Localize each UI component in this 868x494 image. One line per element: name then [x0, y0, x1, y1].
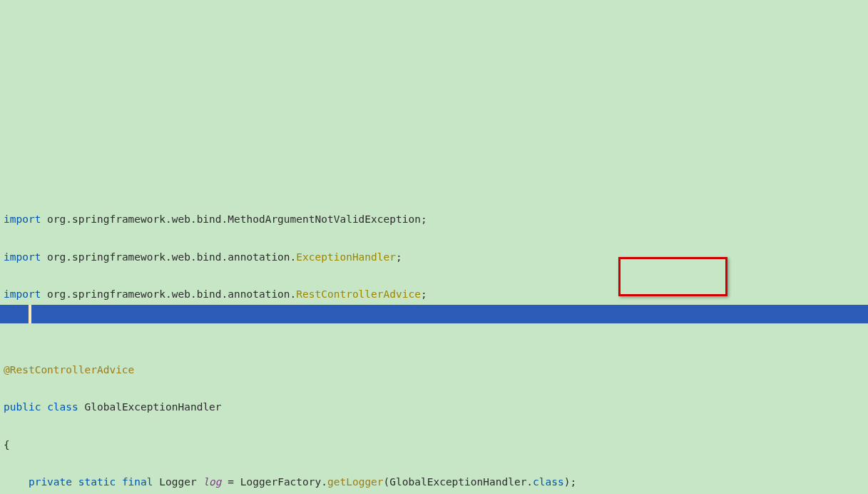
keyword: class — [47, 398, 78, 416]
keyword: import — [4, 210, 41, 228]
keyword: static — [78, 473, 116, 491]
keyword: public — [4, 398, 41, 416]
keyword: import — [4, 285, 41, 303]
code-line[interactable]: { — [4, 435, 868, 454]
text: org.springframework.web.bind.MethodArgum… — [41, 210, 427, 228]
code-editor[interactable]: import org.springframework.web.bind.Meth… — [0, 75, 868, 494]
text: org.springframework.web.bind.annotation. — [41, 285, 296, 303]
text: ; — [421, 285, 427, 303]
brace: { — [4, 435, 10, 454]
keyword: private — [29, 473, 72, 491]
class-ref: RestControllerAdvice — [296, 285, 421, 303]
keyword: import — [4, 248, 41, 266]
code-line[interactable]: import org.springframework.web.bind.anno… — [4, 248, 868, 266]
code-line[interactable]: public class GlobalExceptionHandler — [4, 398, 868, 416]
class-ref: ExceptionHandler — [296, 248, 396, 266]
code-line[interactable] — [4, 323, 868, 341]
class-name: GlobalExceptionHandler — [78, 398, 222, 416]
text: ); — [564, 473, 576, 491]
field: log — [203, 473, 221, 491]
text: ; — [396, 248, 402, 266]
text: (GlobalExceptionHandler. — [384, 473, 533, 491]
type: Logger — [153, 473, 203, 491]
keyword: final — [122, 473, 153, 491]
code-line[interactable]: @RestControllerAdvice — [4, 361, 868, 379]
method: getLogger — [327, 473, 384, 491]
keyword: class — [533, 473, 564, 491]
annotation: @RestControllerAdvice — [4, 361, 134, 379]
code-line[interactable]: import org.springframework.web.bind.anno… — [4, 285, 868, 303]
code-line[interactable]: import org.springframework.web.bind.Meth… — [4, 210, 868, 228]
text: org.springframework.web.bind.annotation. — [41, 248, 296, 266]
code-line[interactable]: private static final Logger log = Logger… — [4, 473, 868, 491]
text: = LoggerFactory. — [222, 473, 327, 491]
